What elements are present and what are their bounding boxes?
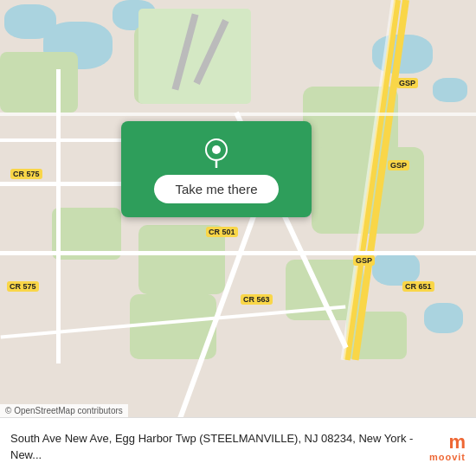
- bottom-info-bar: South Ave New Ave, Egg Harbor Twp (STEEL…: [0, 417, 476, 476]
- moovit-logo-letter: m: [448, 433, 466, 452]
- road-label-gsp-2: GSP: [388, 160, 409, 170]
- road-label-gsp-1: GSP: [396, 78, 418, 88]
- moovit-logo: m moovit: [429, 433, 466, 462]
- road-label-cr575-2: CR 575: [7, 281, 39, 292]
- svg-point-1: [212, 145, 221, 154]
- moovit-logo-text: moovit: [429, 452, 466, 462]
- road-label-cr563: CR 563: [241, 294, 273, 305]
- map-container: CR 575 CR 575 CR 501 CR 563 GSP GSP GSP …: [0, 0, 476, 476]
- cta-card: Take me there: [121, 121, 312, 217]
- take-me-there-button[interactable]: Take me there: [154, 175, 278, 203]
- road-label-cr501: CR 501: [206, 227, 238, 237]
- road-label-cr651: CR 651: [402, 281, 434, 292]
- road-label-gsp-3: GSP: [353, 255, 375, 266]
- address-label: South Ave New Ave, Egg Harbor Twp (STEEL…: [10, 431, 429, 462]
- road-label-cr575-1: CR 575: [10, 169, 42, 179]
- map-attribution: © OpenStreetMap contributors: [0, 404, 128, 417]
- location-pin-icon: [201, 137, 232, 168]
